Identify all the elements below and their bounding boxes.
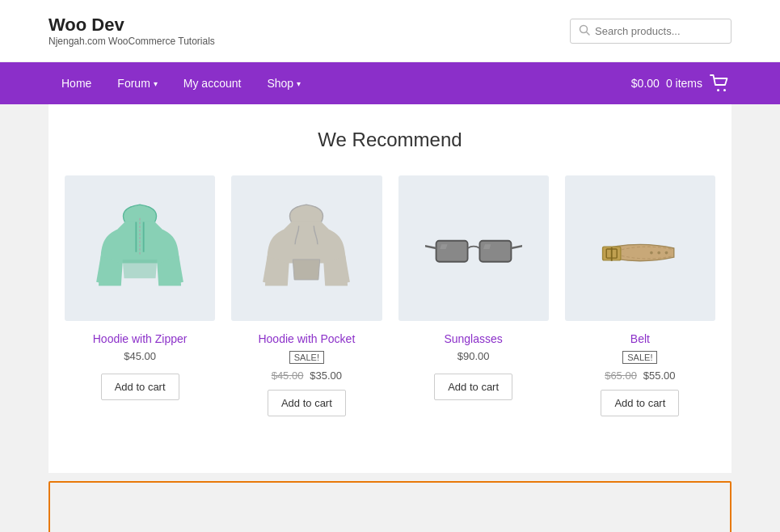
product-card-hoodie-zipper: Hoodie with Zipper $45.00 Add to cart [65, 175, 215, 416]
nav-item-home[interactable]: Home [48, 62, 104, 104]
search-input[interactable] [595, 25, 723, 37]
product-price-sunglasses: $90.00 [398, 350, 549, 362]
add-to-cart-hoodie-zipper[interactable]: Add to cart [101, 374, 179, 400]
site-tagline: Njengah.com WooCommerce Tutorials [48, 36, 215, 47]
product-price-hoodie-zipper: $45.00 [65, 350, 215, 362]
svg-point-2 [717, 89, 719, 91]
nav-item-forum[interactable]: Forum ▾ [104, 62, 170, 104]
nav-left: Home Forum ▾ My account Shop ▾ [48, 62, 314, 104]
cart-items-label: 0 items [666, 77, 702, 90]
product-image-sunglasses [398, 175, 549, 321]
product-price-hoodie-pocket: $45.00 $35.00 [231, 369, 382, 382]
svg-point-10 [650, 251, 653, 255]
cart-summary[interactable]: $0.00 0 items [631, 74, 732, 93]
main-content: We Recommend [48, 104, 732, 473]
nav-item-shop[interactable]: Shop ▾ [254, 62, 314, 104]
site-header: Woo Dev Njengah.com WooCommerce Tutorial… [0, 0, 780, 62]
product-card-hoodie-pocket: Hoodie with Pocket SALE! $45.00 $35.00 A… [231, 175, 382, 416]
product-image-hoodie-zipper [65, 175, 215, 321]
add-to-cart-hoodie-pocket[interactable]: Add to cart [268, 390, 346, 416]
fan-favorites-box [48, 481, 732, 532]
add-to-cart-belt[interactable]: Add to cart [601, 390, 679, 416]
cart-amount: $0.00 [631, 77, 660, 90]
recommended-title: We Recommend [65, 129, 715, 151]
svg-point-11 [657, 251, 660, 255]
product-name-belt: Belt [565, 332, 715, 345]
product-price-belt: $65.00 $55.00 [565, 369, 715, 382]
svg-rect-5 [436, 241, 467, 262]
svg-line-1 [587, 32, 590, 35]
site-nav: Home Forum ▾ My account Shop ▾ $0.00 0 i… [0, 62, 780, 104]
product-card-sunglasses: Sunglasses $90.00 Add to cart [398, 175, 549, 416]
cart-icon [709, 74, 732, 93]
site-title: Woo Dev [48, 15, 215, 36]
sale-badge-hoodie-pocket: SALE! [231, 350, 382, 369]
product-image-belt [565, 175, 715, 321]
branding: Woo Dev Njengah.com WooCommerce Tutorial… [48, 15, 215, 47]
product-image-hoodie-pocket [231, 175, 382, 321]
svg-rect-6 [479, 241, 511, 262]
svg-point-12 [665, 251, 668, 255]
search-icon [579, 24, 590, 38]
sale-badge-belt: SALE! [565, 350, 715, 369]
add-to-cart-sunglasses[interactable]: Add to cart [434, 374, 512, 400]
chevron-down-icon: ▾ [154, 79, 158, 88]
nav-item-myaccount[interactable]: My account [171, 62, 255, 104]
product-name-hoodie-zipper: Hoodie with Zipper [65, 332, 215, 345]
product-name-sunglasses: Sunglasses [398, 332, 549, 345]
product-name-hoodie-pocket: Hoodie with Pocket [231, 332, 382, 345]
svg-point-3 [723, 89, 726, 91]
chevron-down-icon: ▾ [297, 79, 301, 88]
products-grid: Hoodie with Zipper $45.00 Add to cart [65, 175, 715, 416]
product-card-belt: Belt SALE! $65.00 $55.00 Add to cart [565, 175, 715, 416]
search-bar[interactable] [570, 19, 732, 44]
fan-favorites-section: Fan Favorites [48, 473, 732, 532]
